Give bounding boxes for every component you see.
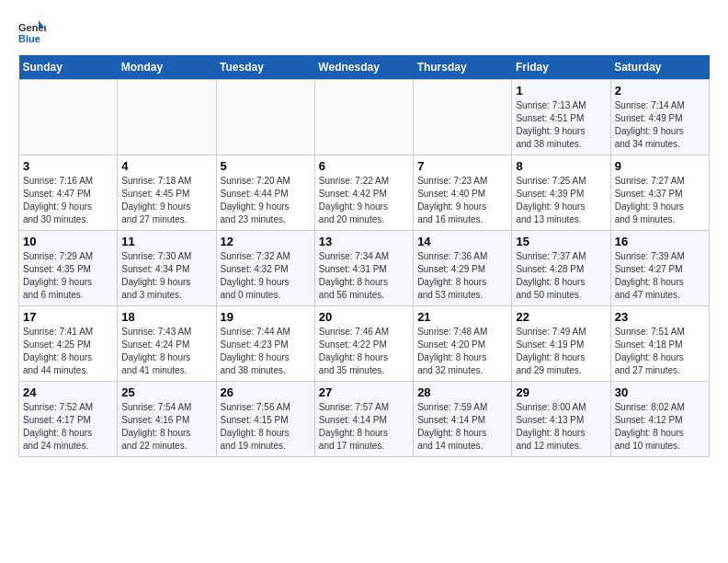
day-number: 17 (23, 310, 113, 324)
calendar-cell: 13Sunrise: 7:34 AM Sunset: 4:31 PM Dayli… (314, 231, 413, 306)
day-number: 8 (516, 159, 606, 173)
calendar-cell: 14Sunrise: 7:36 AM Sunset: 4:29 PM Dayli… (414, 231, 512, 306)
day-info: Sunrise: 7:48 AM Sunset: 4:20 PM Dayligh… (417, 326, 507, 377)
day-number: 4 (121, 159, 211, 173)
day-number: 7 (417, 159, 507, 173)
calendar-cell: 21Sunrise: 7:48 AM Sunset: 4:20 PM Dayli… (414, 306, 512, 382)
calendar-cell: 29Sunrise: 8:00 AM Sunset: 4:13 PM Dayli… (512, 382, 610, 457)
day-info: Sunrise: 7:27 AM Sunset: 4:37 PM Dayligh… (615, 175, 705, 226)
day-info: Sunrise: 8:02 AM Sunset: 4:12 PM Dayligh… (615, 401, 705, 453)
calendar-cell: 18Sunrise: 7:43 AM Sunset: 4:24 PM Dayli… (118, 306, 216, 382)
calendar-cell: 26Sunrise: 7:56 AM Sunset: 4:15 PM Dayli… (216, 382, 314, 457)
day-number: 25 (121, 385, 211, 399)
calendar-cell: 20Sunrise: 7:46 AM Sunset: 4:22 PM Dayli… (314, 306, 413, 382)
day-info: Sunrise: 7:59 AM Sunset: 4:14 PM Dayligh… (417, 401, 507, 453)
day-number: 29 (516, 385, 606, 399)
page-header: General Blue (18, 18, 710, 46)
day-info: Sunrise: 7:18 AM Sunset: 4:45 PM Dayligh… (121, 175, 211, 226)
calendar-week-row: 17Sunrise: 7:41 AM Sunset: 4:25 PM Dayli… (19, 306, 710, 382)
calendar-cell (314, 80, 413, 155)
day-number: 30 (615, 385, 705, 399)
weekday-header: Wednesday (314, 55, 413, 80)
day-info: Sunrise: 7:22 AM Sunset: 4:42 PM Dayligh… (319, 175, 409, 226)
calendar-cell: 3Sunrise: 7:16 AM Sunset: 4:47 PM Daylig… (19, 155, 118, 231)
day-number: 11 (121, 235, 211, 248)
calendar-cell: 27Sunrise: 7:57 AM Sunset: 4:14 PM Dayli… (314, 382, 413, 457)
calendar-cell: 24Sunrise: 7:52 AM Sunset: 4:17 PM Dayli… (19, 382, 118, 457)
day-info: Sunrise: 7:25 AM Sunset: 4:39 PM Dayligh… (516, 175, 606, 226)
day-info: Sunrise: 7:29 AM Sunset: 4:35 PM Dayligh… (23, 250, 113, 302)
day-info: Sunrise: 7:39 AM Sunset: 4:27 PM Dayligh… (615, 250, 705, 302)
day-number: 6 (319, 159, 409, 173)
calendar-cell: 5Sunrise: 7:20 AM Sunset: 4:44 PM Daylig… (216, 155, 314, 231)
day-number: 5 (221, 159, 311, 173)
day-number: 19 (221, 310, 311, 324)
day-number: 12 (221, 235, 311, 248)
day-info: Sunrise: 7:54 AM Sunset: 4:16 PM Dayligh… (121, 401, 211, 453)
calendar-cell: 16Sunrise: 7:39 AM Sunset: 4:27 PM Dayli… (610, 231, 709, 306)
calendar-cell: 19Sunrise: 7:44 AM Sunset: 4:23 PM Dayli… (216, 306, 314, 382)
day-info: Sunrise: 7:56 AM Sunset: 4:15 PM Dayligh… (221, 401, 311, 453)
day-number: 16 (615, 235, 705, 248)
day-info: Sunrise: 7:57 AM Sunset: 4:14 PM Dayligh… (319, 401, 409, 453)
day-info: Sunrise: 7:14 AM Sunset: 4:49 PM Dayligh… (615, 99, 705, 151)
day-number: 18 (121, 310, 211, 324)
day-number: 14 (417, 235, 507, 248)
weekday-header: Tuesday (216, 55, 314, 80)
calendar-week-row: 10Sunrise: 7:29 AM Sunset: 4:35 PM Dayli… (19, 231, 710, 306)
day-number: 13 (319, 235, 409, 248)
calendar-week-row: 1Sunrise: 7:13 AM Sunset: 4:51 PM Daylig… (19, 80, 710, 155)
day-info: Sunrise: 7:51 AM Sunset: 4:18 PM Dayligh… (615, 326, 705, 377)
day-number: 10 (23, 235, 113, 248)
calendar-cell: 8Sunrise: 7:25 AM Sunset: 4:39 PM Daylig… (512, 155, 610, 231)
calendar-table: SundayMondayTuesdayWednesdayThursdayFrid… (18, 55, 710, 457)
weekday-header: Friday (512, 55, 610, 80)
logo-icon: General Blue (18, 18, 46, 46)
day-number: 24 (23, 385, 113, 399)
day-number: 21 (417, 310, 507, 324)
calendar-week-row: 24Sunrise: 7:52 AM Sunset: 4:17 PM Dayli… (19, 382, 710, 457)
calendar-cell: 25Sunrise: 7:54 AM Sunset: 4:16 PM Dayli… (118, 382, 216, 457)
day-info: Sunrise: 7:49 AM Sunset: 4:19 PM Dayligh… (516, 326, 606, 377)
calendar-cell: 9Sunrise: 7:27 AM Sunset: 4:37 PM Daylig… (610, 155, 709, 231)
day-info: Sunrise: 7:36 AM Sunset: 4:29 PM Dayligh… (417, 250, 507, 302)
day-info: Sunrise: 7:46 AM Sunset: 4:22 PM Dayligh… (319, 326, 409, 377)
day-info: Sunrise: 7:34 AM Sunset: 4:31 PM Dayligh… (319, 250, 409, 302)
day-number: 22 (516, 310, 606, 324)
calendar-cell: 4Sunrise: 7:18 AM Sunset: 4:45 PM Daylig… (118, 155, 216, 231)
weekday-header: Monday (118, 55, 216, 80)
day-info: Sunrise: 7:20 AM Sunset: 4:44 PM Dayligh… (221, 175, 311, 226)
calendar-cell: 2Sunrise: 7:14 AM Sunset: 4:49 PM Daylig… (610, 80, 709, 155)
day-info: Sunrise: 7:30 AM Sunset: 4:34 PM Dayligh… (121, 250, 211, 302)
day-number: 3 (23, 159, 113, 173)
day-number: 28 (417, 385, 507, 399)
svg-text:Blue: Blue (18, 33, 40, 44)
day-info: Sunrise: 7:52 AM Sunset: 4:17 PM Dayligh… (23, 401, 113, 453)
day-number: 2 (615, 84, 705, 98)
calendar-cell: 30Sunrise: 8:02 AM Sunset: 4:12 PM Dayli… (610, 382, 709, 457)
calendar-cell (19, 80, 118, 155)
day-number: 9 (615, 159, 705, 173)
day-info: Sunrise: 7:41 AM Sunset: 4:25 PM Dayligh… (23, 326, 113, 377)
calendar-cell: 17Sunrise: 7:41 AM Sunset: 4:25 PM Dayli… (19, 306, 118, 382)
calendar-cell: 22Sunrise: 7:49 AM Sunset: 4:19 PM Dayli… (512, 306, 610, 382)
calendar-cell: 11Sunrise: 7:30 AM Sunset: 4:34 PM Dayli… (118, 231, 216, 306)
day-info: Sunrise: 7:23 AM Sunset: 4:40 PM Dayligh… (417, 175, 507, 226)
calendar-body: 1Sunrise: 7:13 AM Sunset: 4:51 PM Daylig… (19, 80, 710, 457)
calendar-cell: 10Sunrise: 7:29 AM Sunset: 4:35 PM Dayli… (19, 231, 118, 306)
day-number: 23 (615, 310, 705, 324)
calendar-week-row: 3Sunrise: 7:16 AM Sunset: 4:47 PM Daylig… (19, 155, 710, 231)
day-info: Sunrise: 7:13 AM Sunset: 4:51 PM Dayligh… (516, 99, 606, 151)
calendar-cell: 23Sunrise: 7:51 AM Sunset: 4:18 PM Dayli… (610, 306, 709, 382)
weekday-header: Sunday (19, 55, 118, 80)
calendar-cell (118, 80, 216, 155)
day-info: Sunrise: 8:00 AM Sunset: 4:13 PM Dayligh… (516, 401, 606, 453)
calendar-cell: 1Sunrise: 7:13 AM Sunset: 4:51 PM Daylig… (512, 80, 610, 155)
day-info: Sunrise: 7:44 AM Sunset: 4:23 PM Dayligh… (221, 326, 311, 377)
calendar-cell (216, 80, 314, 155)
calendar-cell: 15Sunrise: 7:37 AM Sunset: 4:28 PM Dayli… (512, 231, 610, 306)
day-info: Sunrise: 7:32 AM Sunset: 4:32 PM Dayligh… (221, 250, 311, 302)
logo: General Blue (18, 18, 46, 46)
weekday-header: Thursday (414, 55, 512, 80)
calendar-cell: 7Sunrise: 7:23 AM Sunset: 4:40 PM Daylig… (414, 155, 512, 231)
